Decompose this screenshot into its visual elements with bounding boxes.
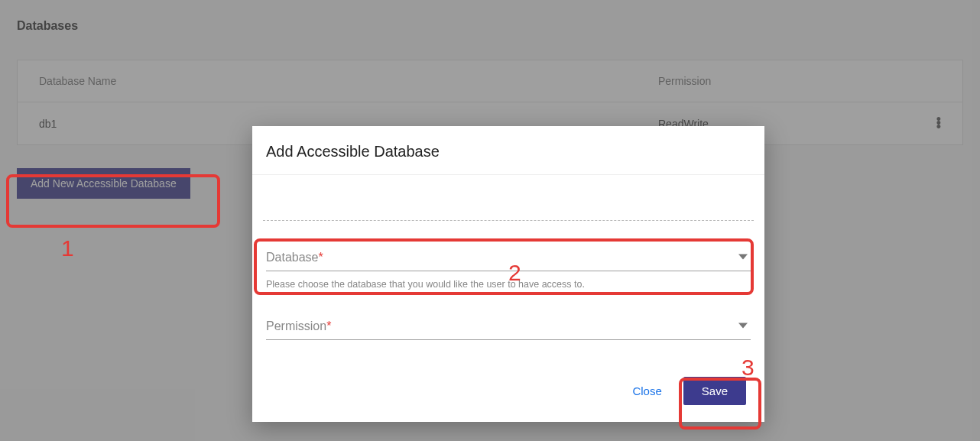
close-button[interactable]: Close (632, 384, 661, 397)
required-mark: * (326, 319, 331, 332)
annotation-label-2: 2 (508, 260, 521, 286)
dialog-title: Add Accessible Database (252, 126, 764, 175)
permission-select[interactable]: Permission* (266, 313, 751, 340)
dialog-top-divider (263, 183, 754, 221)
annotation-label-3: 3 (741, 355, 754, 381)
annotation-label-1: 1 (61, 235, 74, 261)
chevron-down-icon (738, 251, 748, 264)
required-mark: * (319, 251, 323, 264)
label-text: Permission (266, 319, 326, 332)
chevron-down-icon (738, 319, 748, 333)
save-button[interactable]: Save (683, 377, 746, 405)
database-select-label: Database* (266, 251, 323, 264)
dialog-actions: Close Save (252, 340, 764, 422)
label-text: Database (266, 251, 319, 264)
dialog-body: Database* Please choose the database tha… (252, 175, 764, 340)
permission-select-label: Permission* (266, 319, 331, 333)
